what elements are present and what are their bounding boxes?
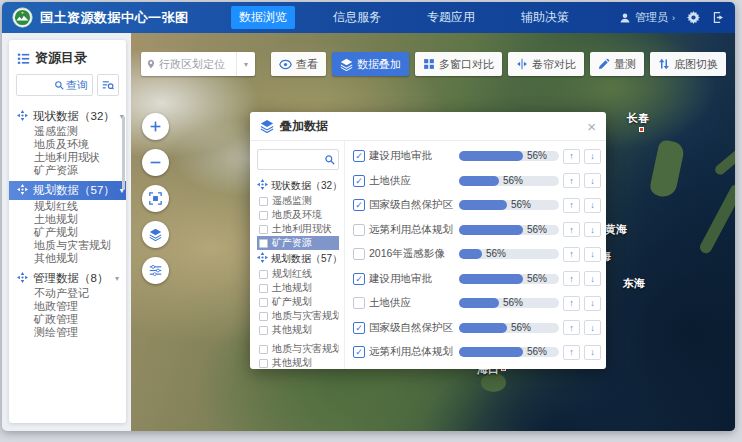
move-layer-up-button[interactable]: ↑ <box>563 198 580 213</box>
checkbox[interactable] <box>259 284 268 293</box>
map-control-zoom-in-button[interactable] <box>142 113 169 140</box>
sidebar-group-3[interactable]: 管理数据（8）▾ <box>9 269 126 287</box>
sidebar-item-3-2[interactable]: 地政管理 <box>9 300 126 313</box>
move-layer-down-button[interactable]: ↓ <box>584 320 601 335</box>
opacity-slider[interactable]: 56% <box>459 225 559 235</box>
checkbox[interactable] <box>259 345 268 354</box>
tool-button-6[interactable]: 底图切换 <box>650 52 726 76</box>
sidebar-item-2-1[interactable]: 规划红线 <box>9 200 126 213</box>
sidebar-item-2-2[interactable]: 土地规划 <box>9 213 126 226</box>
checkbox[interactable] <box>259 197 268 206</box>
sidebar-scrollbar[interactable] <box>122 116 125 190</box>
dialog-tree-item-2-2[interactable]: 土地规划 <box>257 281 339 295</box>
dialog-tree-item-1-4[interactable]: 矿产资源 <box>257 236 339 250</box>
nav-item-2[interactable]: 信息服务 <box>325 6 389 29</box>
advanced-search-button[interactable] <box>97 74 119 96</box>
sidebar-group-1[interactable]: 现状数据（32）▾ <box>9 107 126 125</box>
opacity-slider[interactable]: 56% <box>459 323 559 333</box>
move-layer-down-button[interactable]: ↓ <box>584 149 601 164</box>
dialog-group-1[interactable]: 现状数据（32）▾ <box>257 177 339 194</box>
sidebar-item-3-1[interactable]: 不动产登记 <box>9 287 126 300</box>
move-layer-up-button[interactable]: ↑ <box>563 173 580 188</box>
user-menu[interactable]: 管理员 › <box>619 10 675 25</box>
layer-checkbox[interactable]: ✓ <box>353 346 365 358</box>
checkbox[interactable] <box>259 239 268 248</box>
opacity-slider[interactable]: 56% <box>459 200 559 210</box>
dialog-tree-item-2-7[interactable]: 其他规划 <box>257 356 339 369</box>
sidebar-item-1-4[interactable]: 矿产资源 <box>9 164 126 177</box>
layer-checkbox[interactable]: ✓ <box>353 322 365 334</box>
move-layer-up-button[interactable]: ↑ <box>563 271 580 286</box>
dialog-tree-item-1-1[interactable]: 遥感监测 <box>257 194 339 208</box>
dialog-header[interactable]: 叠加数据 × <box>250 112 606 141</box>
opacity-slider[interactable]: 56% <box>459 298 559 308</box>
sidebar-item-3-4[interactable]: 测绘管理 <box>9 326 126 339</box>
dialog-group-2[interactable]: 规划数据（57）▾ <box>257 250 339 267</box>
map-control-zoom-out-button[interactable] <box>142 149 169 176</box>
move-layer-up-button[interactable]: ↑ <box>563 296 580 311</box>
layer-checkbox[interactable]: ✓ <box>353 175 365 187</box>
opacity-slider[interactable]: 56% <box>459 274 559 284</box>
logout-icon[interactable] <box>712 11 725 24</box>
sidebar-item-2-5[interactable]: 其他规划 <box>9 252 126 265</box>
tool-button-4[interactable]: 卷帘对比 <box>508 52 584 76</box>
chevron-down-icon[interactable]: ▾ <box>236 52 255 76</box>
map-control-layers-button[interactable] <box>142 221 169 248</box>
move-layer-up-button[interactable]: ↑ <box>563 320 580 335</box>
map-control-legend-button[interactable] <box>142 257 169 284</box>
nav-item-1[interactable]: 数据浏览 <box>231 6 295 29</box>
opacity-slider[interactable]: 56% <box>459 347 559 357</box>
sidebar-item-1-3[interactable]: 土地利用现状 <box>9 151 126 164</box>
sidebar-search-button[interactable]: 查询 <box>54 78 88 93</box>
dialog-search-input[interactable] <box>261 153 324 166</box>
checkbox[interactable] <box>259 359 268 368</box>
sidebar-item-1-1[interactable]: 遥感监测 <box>9 125 126 138</box>
checkbox[interactable] <box>259 326 268 335</box>
search-icon[interactable] <box>324 154 335 165</box>
opacity-slider[interactable]: 56% <box>459 176 559 186</box>
opacity-slider[interactable]: 56% <box>459 151 559 161</box>
map-control-extent-button[interactable] <box>142 185 169 212</box>
move-layer-up-button[interactable]: ↑ <box>563 345 580 360</box>
opacity-slider[interactable]: 56% <box>459 249 559 259</box>
layer-checkbox[interactable]: ✓ <box>353 199 365 211</box>
dialog-tree-item-2-5[interactable]: 其他规划 <box>257 323 339 337</box>
move-layer-up-button[interactable]: ↑ <box>563 222 580 237</box>
dialog-tree-item-1-2[interactable]: 地质及环境 <box>257 208 339 222</box>
sidebar-group-2[interactable]: 规划数据（57）▾ <box>9 181 126 200</box>
move-layer-down-button[interactable]: ↓ <box>584 222 601 237</box>
checkbox[interactable] <box>259 270 268 279</box>
checkbox[interactable] <box>259 298 268 307</box>
move-layer-down-button[interactable]: ↓ <box>584 271 601 286</box>
checkbox[interactable] <box>259 225 268 234</box>
sidebar-item-1-2[interactable]: 地质及环境 <box>9 138 126 151</box>
layer-checkbox[interactable] <box>353 224 365 236</box>
sidebar-item-2-4[interactable]: 地质与灾害规划 <box>9 239 126 252</box>
gear-icon[interactable] <box>687 11 700 24</box>
sidebar-item-2-3[interactable]: 矿产规划 <box>9 226 126 239</box>
locate-dropdown[interactable]: 行政区划定位 ▾ <box>141 52 255 76</box>
move-layer-up-button[interactable]: ↑ <box>563 247 580 262</box>
dialog-tree-item-1-3[interactable]: 土地利用现状 <box>257 222 339 236</box>
tool-button-3[interactable]: 多窗口对比 <box>415 52 502 76</box>
move-layer-down-button[interactable]: ↓ <box>584 173 601 188</box>
checkbox[interactable] <box>259 211 268 220</box>
move-layer-down-button[interactable]: ↓ <box>584 345 601 360</box>
tool-button-2[interactable]: 数据叠加 <box>332 52 409 76</box>
move-layer-down-button[interactable]: ↓ <box>584 247 601 262</box>
nav-item-3[interactable]: 专题应用 <box>419 6 483 29</box>
tool-button-1[interactable]: 查看 <box>271 52 326 76</box>
tool-button-5[interactable]: 量测 <box>590 52 644 76</box>
dialog-tree-item-2-1[interactable]: 规划红线 <box>257 267 339 281</box>
dialog-tree-item-2-4[interactable]: 地质与灾害规划 <box>257 309 339 323</box>
dialog-tree-item-2-6[interactable]: 地质与灾害规划 <box>257 342 339 356</box>
nav-item-4[interactable]: 辅助决策 <box>513 6 577 29</box>
layer-checkbox[interactable] <box>353 297 365 309</box>
sidebar-search-input[interactable] <box>21 78 54 92</box>
layer-checkbox[interactable]: ✓ <box>353 273 365 285</box>
chevron-down-icon[interactable]: ▾ <box>115 274 119 283</box>
move-layer-down-button[interactable]: ↓ <box>584 296 601 311</box>
move-layer-down-button[interactable]: ↓ <box>584 198 601 213</box>
close-icon[interactable]: × <box>587 119 596 134</box>
checkbox[interactable] <box>259 312 268 321</box>
